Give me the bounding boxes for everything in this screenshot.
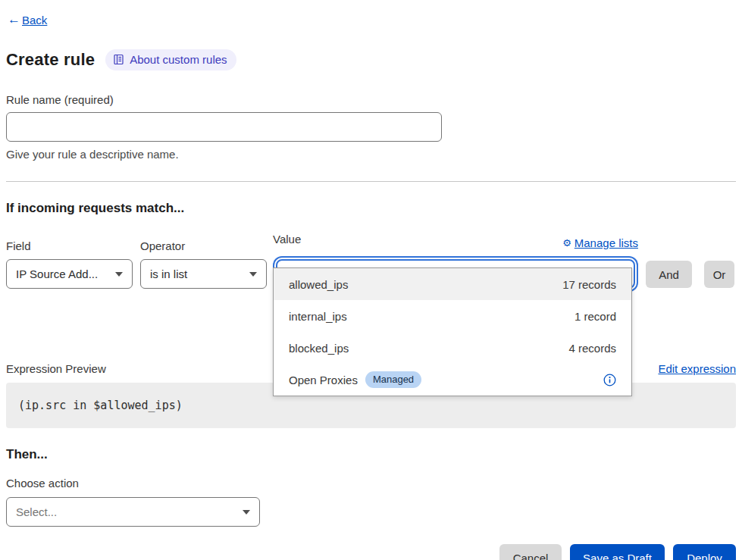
back-link[interactable]: ← Back bbox=[8, 12, 47, 27]
action-select-placeholder: Select... bbox=[16, 505, 57, 518]
rule-name-input[interactable] bbox=[6, 112, 442, 142]
field-select[interactable]: IP Source Add... bbox=[6, 259, 133, 289]
operator-label: Operator bbox=[140, 239, 267, 252]
manage-lists-link[interactable]: ⚙ Manage lists bbox=[562, 236, 638, 249]
list-name: Open Proxies bbox=[289, 374, 358, 386]
cancel-button[interactable]: Cancel bbox=[499, 544, 562, 560]
expression-code-text: (ip.src in $allowed_ips) bbox=[18, 399, 183, 412]
back-label: Back bbox=[22, 14, 47, 27]
chevron-down-icon bbox=[243, 510, 250, 515]
manage-lists-label: Manage lists bbox=[575, 236, 638, 249]
chevron-down-icon bbox=[249, 272, 257, 277]
page-title: Create rule bbox=[6, 50, 95, 70]
action-select[interactable]: Select... bbox=[6, 497, 260, 527]
create-rule-page: ← Back Create rule About custom rules Ru… bbox=[0, 0, 742, 560]
list-records: 17 records bbox=[562, 278, 616, 291]
section-divider bbox=[6, 181, 736, 182]
title-row: Create rule About custom rules bbox=[6, 49, 736, 70]
dropdown-item-internal-ips[interactable]: internal_ips 1 record bbox=[274, 300, 631, 332]
dropdown-item-open-proxies[interactable]: Open Proxies Managed bbox=[274, 364, 631, 396]
rule-condition-row: Field IP Source Add... Operator is in li… bbox=[6, 233, 736, 289]
managed-badge: Managed bbox=[365, 371, 421, 388]
list-records: 1 record bbox=[575, 310, 616, 323]
save-as-draft-button[interactable]: Save as Draft bbox=[570, 544, 665, 560]
value-label: Value bbox=[273, 233, 301, 246]
rule-name-help-text: Give your rule a descriptive name. bbox=[6, 148, 736, 161]
operator-select[interactable]: is in list bbox=[140, 259, 267, 289]
info-icon[interactable] bbox=[603, 374, 616, 386]
operator-select-value: is in list bbox=[150, 267, 187, 280]
list-name: blocked_ips bbox=[289, 342, 349, 355]
rule-name-label: Rule name (required) bbox=[6, 93, 736, 106]
value-dropdown-menu: allowed_ips 17 records internal_ips 1 re… bbox=[273, 267, 632, 396]
field-select-value: IP Source Add... bbox=[16, 267, 98, 280]
gear-icon: ⚙ bbox=[562, 237, 571, 249]
field-label: Field bbox=[6, 239, 133, 252]
about-custom-rules-link[interactable]: About custom rules bbox=[105, 49, 236, 70]
dropdown-item-blocked-ips[interactable]: blocked_ips 4 records bbox=[274, 332, 631, 364]
or-button[interactable]: Or bbox=[704, 261, 734, 288]
footer-actions: Cancel Save as Draft Deploy bbox=[6, 544, 736, 560]
choose-action-label: Choose action bbox=[6, 477, 736, 490]
and-button[interactable]: And bbox=[646, 261, 692, 288]
match-section-heading: If incoming requests match... bbox=[6, 201, 736, 216]
expression-preview-label: Expression Preview bbox=[6, 362, 106, 375]
then-section-heading: Then... bbox=[6, 447, 736, 462]
book-icon bbox=[113, 54, 124, 65]
list-records: 4 records bbox=[568, 342, 616, 355]
list-name: internal_ips bbox=[289, 310, 347, 323]
list-name: allowed_ips bbox=[289, 278, 348, 291]
chevron-down-icon bbox=[115, 272, 123, 277]
edit-expression-link[interactable]: Edit expression bbox=[658, 362, 736, 375]
about-custom-rules-label: About custom rules bbox=[130, 53, 227, 66]
dropdown-item-allowed-ips[interactable]: allowed_ips 17 records bbox=[274, 268, 631, 300]
deploy-button[interactable]: Deploy bbox=[673, 544, 736, 560]
back-arrow-icon: ← bbox=[8, 12, 20, 27]
